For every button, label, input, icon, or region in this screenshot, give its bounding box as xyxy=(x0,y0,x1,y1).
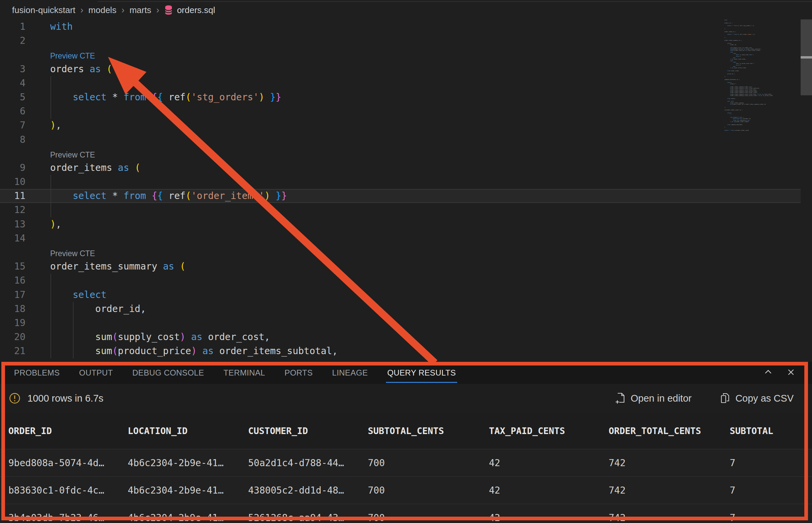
breadcrumb-item[interactable]: fusion-quickstart xyxy=(12,5,75,15)
line-number: 15 xyxy=(0,259,25,273)
code-text: ), xyxy=(50,217,61,231)
code-text: sum(supply_cost) as order_cost, xyxy=(50,330,270,344)
panel-tab-debug-console[interactable]: DEBUG CONSOLE xyxy=(132,368,204,378)
copy-as-csv-label: Copy as CSV xyxy=(735,393,794,404)
chevron-up-icon[interactable] xyxy=(763,367,773,377)
code-lens-row: Preview CTE xyxy=(0,48,801,62)
column-header-location_id[interactable]: LOCATION_ID xyxy=(128,426,248,436)
line-number: 21 xyxy=(0,344,25,358)
code-line-9[interactable]: 9order_items as ( xyxy=(0,161,801,175)
close-icon[interactable] xyxy=(786,367,796,377)
code-line-6[interactable]: 6 xyxy=(0,104,801,119)
panel-tab-output[interactable]: OUTPUT xyxy=(79,368,113,378)
table-cell: 438005c2-dd1d-48… xyxy=(248,485,368,496)
minimap[interactable]: with orders as ( select * from {{ ref('s… xyxy=(721,19,801,360)
indent-guide xyxy=(51,76,51,119)
column-header-tax_paid_cents[interactable]: TAX_PAID_CENTS xyxy=(489,426,609,436)
panel-tab-problems[interactable]: PROBLEMS xyxy=(14,368,60,378)
column-header-subtotal[interactable]: SUBTOTAL xyxy=(730,426,812,436)
column-header-customer_id[interactable]: CUSTOMER_ID xyxy=(248,426,368,436)
code-line-4[interactable]: 4 xyxy=(0,76,801,90)
preview-cte-lens[interactable]: Preview CTE xyxy=(50,50,95,62)
table-cell: 742 xyxy=(609,512,730,523)
line-number: 16 xyxy=(0,273,25,288)
breadcrumb: fusion-quickstart›models›marts›orders.sq… xyxy=(12,3,215,17)
code-line-10[interactable]: 10 xyxy=(0,175,801,189)
preview-cte-lens[interactable]: Preview CTE xyxy=(50,248,95,259)
editor-window: fusion-quickstart›models›marts›orders.sq… xyxy=(0,0,812,523)
code-text: order_items as ( xyxy=(50,161,141,175)
table-cell: 7 xyxy=(730,512,812,523)
breadcrumb-item[interactable]: models xyxy=(88,5,116,15)
line-number: 18 xyxy=(0,302,25,316)
row-count-status: 1000 rows in 6.7s xyxy=(28,393,103,404)
breadcrumb-separator: › xyxy=(80,5,83,15)
column-header-order_id[interactable]: ORDER_ID xyxy=(8,426,128,436)
code-line-17[interactable]: 17 select xyxy=(0,288,801,302)
breadcrumb-item[interactable]: marts xyxy=(129,5,151,15)
editor-scrollbar[interactable] xyxy=(801,17,812,361)
code-text: orders as ( xyxy=(50,62,112,76)
code-line-13[interactable]: 13), xyxy=(0,217,801,231)
table-cell: 3b4a03db-7b23-46… xyxy=(8,512,128,523)
code-line-3[interactable]: 3orders as ( xyxy=(0,62,801,76)
copy-as-csv-button[interactable]: Copy as CSV xyxy=(720,393,794,404)
line-number: 20 xyxy=(0,330,25,344)
panel-tab-ports[interactable]: PORTS xyxy=(285,368,313,378)
breadcrumb-filename[interactable]: orders.sql xyxy=(177,5,215,15)
code-line-19[interactable]: 19 xyxy=(0,316,801,330)
table-cell: 5261268c-aa94-43… xyxy=(248,512,368,523)
table-cell: 9bed808a-5074-4d… xyxy=(8,457,128,469)
indent-guide xyxy=(73,302,74,359)
table-row[interactable]: 9bed808a-5074-4d…4b6c2304-2b9e-41…50a2d1… xyxy=(0,449,812,477)
query-status-row: 1000 rows in 6.7s Open in editor xyxy=(0,384,812,413)
code-line-5[interactable]: 5 select * from {{ ref('stg_orders') }} xyxy=(0,90,801,104)
table-cell: 42 xyxy=(489,512,609,523)
line-number: 3 xyxy=(0,62,25,76)
code-line-2[interactable]: 2 xyxy=(0,34,801,48)
code-editor[interactable]: 1with2Preview CTE3orders as (45 select *… xyxy=(0,19,801,359)
code-line-7[interactable]: 7), xyxy=(0,119,801,132)
code-line-20[interactable]: 20 sum(supply_cost) as order_cost, xyxy=(0,330,801,344)
code-text: select * from {{ ref('stg_orders') }} xyxy=(50,90,281,104)
preview-cte-lens[interactable]: Preview CTE xyxy=(50,149,95,161)
code-line-14[interactable]: 14 xyxy=(0,231,801,246)
panel-tab-lineage[interactable]: LINEAGE xyxy=(332,368,368,378)
panel-tab-terminal[interactable]: TERMINAL xyxy=(223,368,265,378)
table-cell: 42 xyxy=(489,485,609,496)
table-cell: 742 xyxy=(609,457,730,469)
code-lens-row: Preview CTE xyxy=(0,246,801,259)
table-cell: 50a2d1c4-d788-44… xyxy=(248,457,368,469)
code-line-8[interactable]: 8 xyxy=(0,133,801,147)
minimap-code: with orders as ( select * from {{ ref('s… xyxy=(721,19,801,131)
line-number: 8 xyxy=(0,133,25,147)
code-line-15[interactable]: 15order_items_summary as ( xyxy=(0,259,801,273)
code-line-12[interactable]: 12 xyxy=(0,203,801,217)
table-row[interactable]: 3b4a03db-7b23-46…4b6c2304-2b9e-41…526126… xyxy=(0,504,812,523)
code-line-21[interactable]: 21 sum(product_price) as order_items_sub… xyxy=(0,344,801,358)
table-cell: 7 xyxy=(730,485,812,496)
panel-tab-query-results[interactable]: QUERY RESULTS xyxy=(387,368,456,378)
breadcrumb-separator: › xyxy=(121,5,124,15)
line-number: 13 xyxy=(0,217,25,231)
column-header-order_total_cents[interactable]: ORDER_TOTAL_CENTS xyxy=(609,426,730,436)
code-line-1[interactable]: 1with xyxy=(0,20,801,34)
query-results-table: ORDER_IDLOCATION_IDCUSTOMER_IDSUBTOTAL_C… xyxy=(0,413,812,523)
code-lens-row: Preview CTE xyxy=(0,147,801,161)
line-number: 4 xyxy=(0,76,25,90)
code-text: with xyxy=(50,20,73,34)
code-line-11[interactable]: 11 select * from {{ ref('order_items') }… xyxy=(0,189,801,203)
code-text: ), xyxy=(50,119,61,132)
open-in-editor-button[interactable]: Open in editor xyxy=(615,393,691,404)
column-header-subtotal_cents[interactable]: SUBTOTAL_CENTS xyxy=(368,426,489,436)
table-cell: 7 xyxy=(730,457,812,469)
code-line-16[interactable]: 16 xyxy=(0,273,801,288)
table-row[interactable]: b83630c1-0fdc-4c…4b6c2304-2b9e-41…438005… xyxy=(0,477,812,504)
line-number: 10 xyxy=(0,175,25,189)
table-cell: 42 xyxy=(489,457,609,469)
table-body: 9bed808a-5074-4d…4b6c2304-2b9e-41…50a2d1… xyxy=(0,449,812,523)
code-line-18[interactable]: 18 order_id, xyxy=(0,302,801,316)
database-icon xyxy=(164,5,173,15)
panel-tab-bar: PROBLEMSOUTPUTDEBUG CONSOLETERMINALPORTS… xyxy=(0,362,812,384)
code-text: order_id, xyxy=(50,302,146,316)
